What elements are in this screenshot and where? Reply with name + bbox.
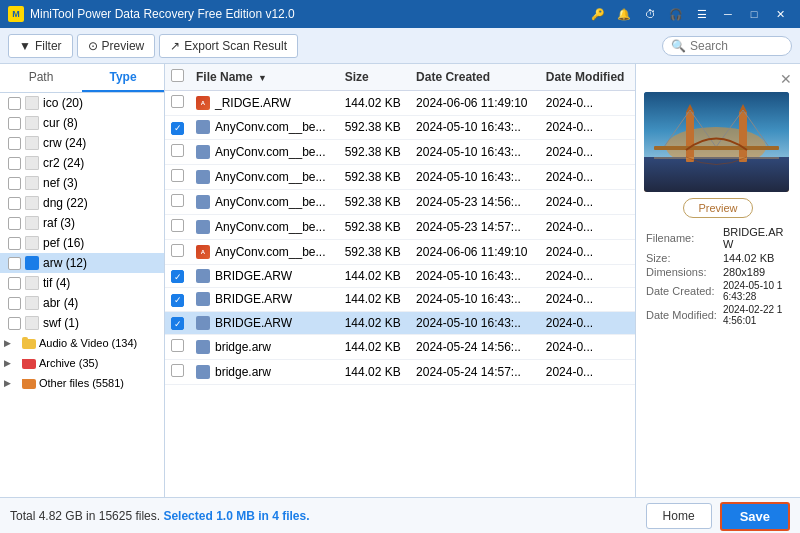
file-icon-arw	[25, 256, 39, 270]
select-all-checkbox[interactable]	[171, 69, 184, 82]
row-date-modified: 2024-0...	[540, 164, 635, 189]
checkbox-tif[interactable]	[8, 277, 21, 290]
checkbox-abr[interactable]	[8, 297, 21, 310]
checkbox-raf[interactable]	[8, 217, 21, 230]
file-type-icon	[196, 292, 210, 306]
type-item-swf[interactable]: swf (1)	[0, 313, 164, 333]
row-checkbox[interactable]	[171, 144, 184, 157]
tab-path[interactable]: Path	[0, 64, 82, 92]
type-label-raf: raf (3)	[43, 216, 75, 230]
title-bar-left: M MiniTool Power Data Recovery Free Edit…	[8, 6, 295, 22]
type-item-arw[interactable]: arw (12)	[0, 253, 164, 273]
preview-image-button[interactable]: Preview	[683, 198, 752, 218]
minimize-button[interactable]: ─	[716, 4, 740, 24]
filter-button[interactable]: ▼ Filter	[8, 34, 73, 58]
meta-label-dimensions: Dimensions:	[646, 266, 721, 278]
type-label-pef: pef (16)	[43, 236, 84, 250]
maximize-button[interactable]: □	[742, 4, 766, 24]
row-checkbox[interactable]: ✓	[171, 270, 184, 283]
type-item-dng[interactable]: dng (22)	[0, 193, 164, 213]
row-checkbox[interactable]	[171, 95, 184, 108]
bell-icon[interactable]: 🔔	[612, 4, 636, 24]
headphone-icon[interactable]: 🎧	[664, 4, 688, 24]
type-item-ico[interactable]: ico (20)	[0, 93, 164, 113]
selected-highlight: Selected 1.0 MB in 4 files.	[163, 509, 309, 523]
table-row[interactable]: AnyConv.com__be...592.38 KB2024-05-23 14…	[165, 189, 635, 214]
type-item-tif[interactable]: tif (4)	[0, 273, 164, 293]
preview-button[interactable]: ⊙ Preview	[77, 34, 156, 58]
center-panel: File Name ▼ Size Date Created Date Modif…	[165, 64, 635, 497]
type-item-nef[interactable]: nef (3)	[0, 173, 164, 193]
row-date-modified: 2024-0...	[540, 116, 635, 140]
col-date-modified[interactable]: Date Modified	[540, 64, 635, 91]
folder-icon-audio	[22, 337, 36, 349]
home-button[interactable]: Home	[646, 503, 712, 529]
file-type-icon	[196, 145, 210, 159]
close-preview-button[interactable]: ✕	[780, 72, 792, 86]
save-button[interactable]: Save	[720, 502, 790, 531]
file-type-icon	[196, 120, 210, 134]
col-filename[interactable]: File Name ▼	[190, 64, 339, 91]
row-checkbox[interactable]	[171, 244, 184, 257]
checkbox-cur[interactable]	[8, 117, 21, 130]
table-row[interactable]: bridge.arw144.02 KB2024-05-24 14:57:..20…	[165, 360, 635, 385]
row-checkbox[interactable]: ✓	[171, 122, 184, 135]
row-checkbox[interactable]	[171, 219, 184, 232]
checkbox-cr2[interactable]	[8, 157, 21, 170]
checkbox-swf[interactable]	[8, 317, 21, 330]
group-audio-video[interactable]: ▶ Audio & Video (134)	[0, 333, 164, 353]
type-item-abr[interactable]: abr (4)	[0, 293, 164, 313]
table-row[interactable]: ✓BRIDGE.ARW144.02 KB2024-05-10 16:43:..2…	[165, 264, 635, 288]
expand-icon-audio: ▶	[4, 338, 14, 348]
group-archive[interactable]: ▶ Archive (35)	[0, 353, 164, 373]
main-layout: Path Type ico (20) cur (8) crw (24) cr2 …	[0, 64, 800, 497]
table-row[interactable]: AAnyConv.com__be...592.38 KB2024-06-06 1…	[165, 239, 635, 264]
row-checkbox[interactable]	[171, 169, 184, 182]
file-icon-ico	[25, 96, 39, 110]
row-checkbox[interactable]: ✓	[171, 317, 184, 330]
type-item-cr2[interactable]: cr2 (24)	[0, 153, 164, 173]
meta-table: Filename: BRIDGE.ARW Size: 144.02 KB Dim…	[644, 224, 792, 328]
checkbox-nef[interactable]	[8, 177, 21, 190]
close-button[interactable]: ✕	[768, 4, 792, 24]
col-size[interactable]: Size	[339, 64, 410, 91]
row-date-created: 2024-05-10 16:43:..	[410, 139, 540, 164]
checkbox-dng[interactable]	[8, 197, 21, 210]
row-checkbox-cell	[165, 360, 190, 385]
type-item-raf[interactable]: raf (3)	[0, 213, 164, 233]
checkbox-pef[interactable]	[8, 237, 21, 250]
table-row[interactable]: AnyConv.com__be...592.38 KB2024-05-10 16…	[165, 164, 635, 189]
row-size: 144.02 KB	[339, 311, 410, 335]
col-date-created[interactable]: Date Created	[410, 64, 540, 91]
table-row[interactable]: AnyConv.com__be...592.38 KB2024-05-23 14…	[165, 214, 635, 239]
row-size: 144.02 KB	[339, 360, 410, 385]
table-row[interactable]: AnyConv.com__be...592.38 KB2024-05-10 16…	[165, 139, 635, 164]
table-row[interactable]: A_RIDGE.ARW144.02 KB2024-06-06 11:49:102…	[165, 91, 635, 116]
search-input[interactable]	[690, 39, 783, 53]
file-icon-crw	[25, 136, 39, 150]
group-other[interactable]: ▶ Other files (5581)	[0, 373, 164, 393]
row-checkbox[interactable]	[171, 194, 184, 207]
export-button[interactable]: ↗ Export Scan Result	[159, 34, 298, 58]
checkbox-arw[interactable]	[8, 257, 21, 270]
type-item-crw[interactable]: crw (24)	[0, 133, 164, 153]
row-date-modified: 2024-0...	[540, 264, 635, 288]
checkbox-ico[interactable]	[8, 97, 21, 110]
type-item-pef[interactable]: pef (16)	[0, 233, 164, 253]
tab-type[interactable]: Type	[82, 64, 164, 92]
table-row[interactable]: ✓BRIDGE.ARW144.02 KB2024-05-10 16:43:..2…	[165, 311, 635, 335]
key-icon[interactable]: 🔑	[586, 4, 610, 24]
table-row[interactable]: ✓BRIDGE.ARW144.02 KB2024-05-10 16:43:..2…	[165, 288, 635, 312]
file-list-scroll[interactable]: File Name ▼ Size Date Created Date Modif…	[165, 64, 635, 497]
checkbox-crw[interactable]	[8, 137, 21, 150]
menu-icon[interactable]: ☰	[690, 4, 714, 24]
table-row[interactable]: ✓AnyConv.com__be...592.38 KB2024-05-10 1…	[165, 116, 635, 140]
type-label-nef: nef (3)	[43, 176, 78, 190]
clock-icon[interactable]: ⏱	[638, 4, 662, 24]
table-row[interactable]: bridge.arw144.02 KB2024-05-24 14:56:..20…	[165, 335, 635, 360]
row-filename: AnyConv.com__be...	[190, 139, 339, 164]
type-item-cur[interactable]: cur (8)	[0, 113, 164, 133]
row-checkbox[interactable]	[171, 339, 184, 352]
row-checkbox[interactable]	[171, 364, 184, 377]
row-checkbox[interactable]: ✓	[171, 294, 184, 307]
